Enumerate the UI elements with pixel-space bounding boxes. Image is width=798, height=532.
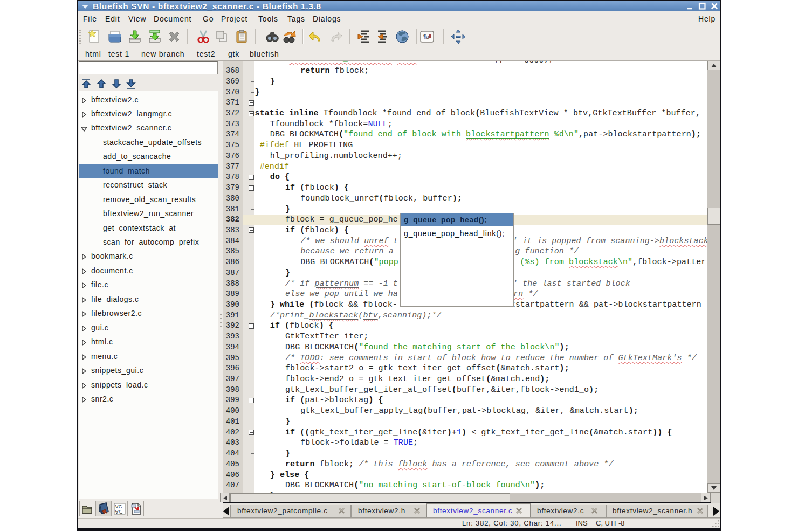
svg-text:¶a: ¶a	[423, 34, 429, 40]
svg-text:∀∈: ∀∈	[115, 509, 123, 515]
svg-text:∀C: ∀C	[115, 504, 122, 509]
